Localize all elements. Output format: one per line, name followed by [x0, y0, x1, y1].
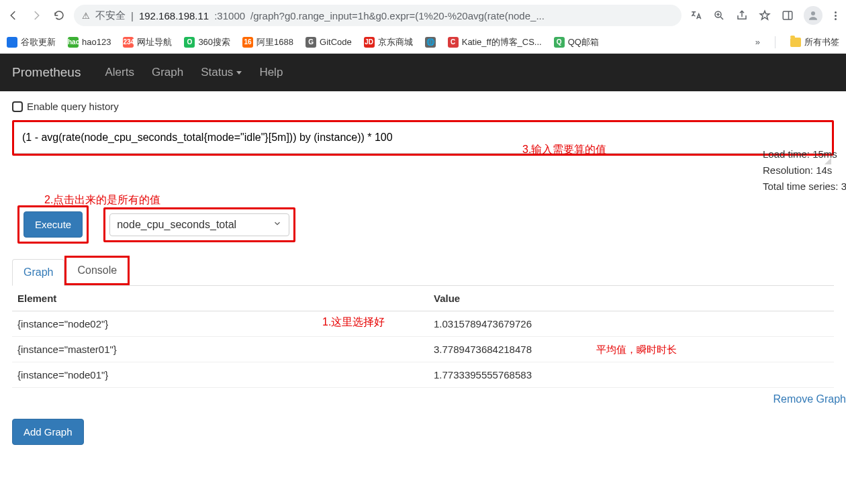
profile-avatar[interactable]	[804, 6, 822, 25]
nav-help[interactable]: Help	[259, 66, 283, 79]
favicon: JD	[364, 37, 375, 48]
nav-status[interactable]: Status	[201, 66, 242, 79]
reload-button[interactable]	[52, 9, 66, 22]
prometheus-brand[interactable]: Prometheus	[12, 65, 81, 80]
insecure-icon: ⚠	[82, 11, 90, 21]
security-label: 不安全	[95, 9, 126, 22]
bookmark-item[interactable]: 🌐	[425, 37, 436, 48]
bookmark-star-icon[interactable]	[758, 9, 771, 22]
bookmark-item[interactable]: QQQ邮箱	[554, 36, 599, 48]
nav-graph[interactable]: Graph	[152, 66, 183, 79]
chevron-down-icon	[236, 71, 242, 74]
enable-history-label: Enable query history	[27, 101, 119, 112]
query-input[interactable]	[14, 122, 832, 154]
results-table: Element Value {instance="node02"} 1.0315…	[12, 286, 834, 388]
bookmark-item[interactable]: JD京东商城	[364, 36, 413, 48]
translate-icon[interactable]	[690, 9, 703, 22]
console-tab-highlight: Console	[64, 256, 130, 285]
svg-rect-1	[783, 11, 792, 19]
table-row: {instance="master01"} 3.7789473684218478…	[12, 337, 834, 362]
favicon: 2345	[123, 37, 134, 48]
favicon: hao	[68, 37, 79, 48]
col-element: Element	[17, 293, 434, 304]
execute-button[interactable]: Execute	[23, 211, 83, 238]
annotation-3: 3.输入需要算的值	[522, 143, 606, 157]
bookmark-item[interactable]: GGitCode	[306, 37, 352, 48]
favicon: 16	[242, 37, 253, 48]
all-bookmarks-folder[interactable]: 所有书签	[790, 36, 839, 48]
favicon: G	[306, 37, 316, 48]
bookmark-item[interactable]: 谷歌更新	[7, 36, 56, 48]
browser-toolbar: ⚠ 不安全 | 192.168.198.11:31000/graph?g0.ra…	[0, 0, 846, 31]
address-bar[interactable]: ⚠ 不安全 | 192.168.198.11:31000/graph?g0.ra…	[74, 5, 682, 26]
table-row: {instance="node02"} 1.0315789473679726	[12, 311, 834, 337]
share-icon[interactable]	[735, 9, 749, 22]
enable-history-checkbox[interactable]	[12, 101, 23, 112]
tab-graph[interactable]: Graph	[12, 259, 64, 286]
menu-icon[interactable]	[832, 11, 839, 20]
metric-select-highlight: node_cpu_seconds_total	[103, 207, 295, 242]
table-row: {instance="node01"} 1.7733395555768583	[12, 362, 834, 388]
execute-highlight: Execute	[17, 205, 89, 244]
bookmark-item[interactable]: O360搜索	[184, 36, 230, 48]
sidepanel-icon[interactable]	[781, 9, 794, 22]
prometheus-navbar: Prometheus Alerts Graph Status Help	[0, 54, 846, 91]
query-stats: Load time: 15ms Resolution: 14s Total ti…	[763, 146, 846, 195]
metric-select[interactable]: node_cpu_seconds_total	[109, 213, 289, 236]
favicon	[7, 37, 17, 48]
bookmarks-bar: 谷歌更新haohao1232345网址导航O360搜索16阿里1688GGitC…	[0, 31, 846, 54]
favicon: C	[448, 37, 459, 48]
bookmark-item[interactable]: 16阿里1688	[242, 36, 293, 48]
nav-alerts[interactable]: Alerts	[105, 66, 134, 79]
bookmark-item[interactable]: CKatie_ff的博客_CS...	[448, 36, 542, 48]
folder-icon	[790, 38, 801, 47]
bookmarks-overflow[interactable]: »	[755, 37, 760, 47]
zoom-icon[interactable]	[712, 9, 726, 22]
col-value: Value	[434, 293, 829, 304]
url-path: /graph?g0.range_input=1h&g0.expr=(1%20-%…	[250, 10, 545, 21]
back-button[interactable]	[7, 9, 20, 22]
svg-point-2	[811, 11, 815, 15]
add-graph-button[interactable]: Add Graph	[12, 419, 84, 445]
annotation-4: 平均值，瞬时时长	[596, 344, 677, 356]
resize-handle[interactable]	[12, 156, 834, 165]
favicon: 🌐	[425, 37, 436, 48]
url-host: 192.168.198.11	[139, 10, 209, 21]
bookmark-item[interactable]: 2345网址导航	[123, 36, 172, 48]
chevron-down-icon	[273, 219, 282, 231]
favicon: O	[184, 37, 195, 48]
tab-console[interactable]: Console	[66, 258, 128, 283]
forward-button[interactable]	[30, 9, 43, 22]
bookmark-item[interactable]: haohao123	[68, 37, 111, 48]
query-input-highlight	[12, 120, 834, 156]
favicon: Q	[554, 37, 565, 48]
remove-graph-link[interactable]: Remove Graph	[773, 393, 847, 405]
